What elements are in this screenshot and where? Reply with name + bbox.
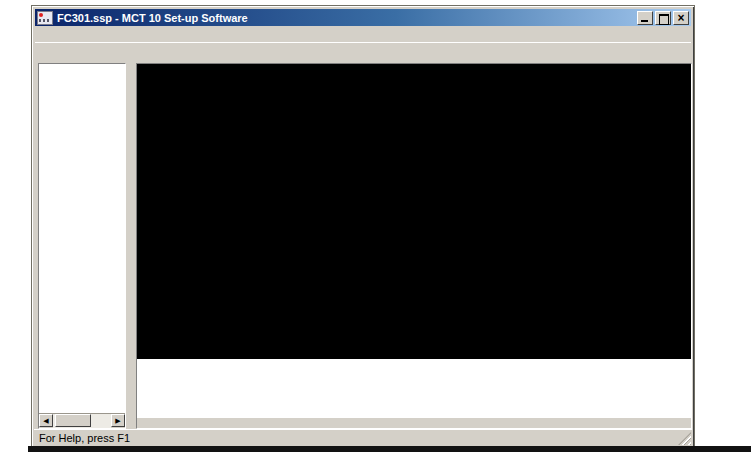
minimize-icon [641, 20, 648, 22]
scroll-right-button[interactable]: ▶ [111, 414, 125, 427]
window-controls: × [637, 11, 689, 25]
close-icon: × [674, 12, 688, 24]
toolbar [35, 42, 691, 65]
scope-plot[interactable] [137, 64, 692, 359]
maximize-button[interactable] [655, 11, 671, 25]
scroll-left-button[interactable]: ◀ [39, 414, 53, 427]
tree-horizontal-scrollbar[interactable]: ◀ ▶ [39, 413, 125, 428]
menu-bar [35, 26, 691, 42]
screen: FC301.ssp - MCT 10 Set-up Software × ◀ ▶ [0, 0, 751, 452]
app-window: FC301.ssp - MCT 10 Set-up Software × ◀ ▶ [31, 5, 695, 448]
status-text: For Help, press F1 [39, 432, 130, 444]
title-bar[interactable]: FC301.ssp - MCT 10 Set-up Software × [35, 9, 691, 26]
app-icon [37, 11, 53, 25]
client-area: ◀ ▶ [34, 63, 692, 429]
project-tree-panel: ◀ ▶ [38, 63, 126, 429]
scrollbar-track[interactable] [53, 414, 111, 428]
scope-panel [136, 63, 692, 429]
maximize-icon [659, 14, 669, 25]
scope-plot-area[interactable] [137, 64, 692, 359]
project-tree [39, 64, 125, 68]
minimize-button[interactable] [637, 11, 653, 25]
close-button[interactable]: × [673, 11, 689, 25]
screen-bottom-band [28, 446, 751, 452]
panel-splitter[interactable] [127, 63, 136, 429]
resize-grip[interactable] [678, 432, 691, 445]
window-title: FC301.ssp - MCT 10 Set-up Software [57, 12, 637, 24]
scrollbar-thumb[interactable] [55, 414, 91, 427]
status-bar: For Help, press F1 [34, 429, 692, 446]
table-scroll-strip[interactable] [137, 417, 692, 429]
channel-table-body [137, 374, 692, 417]
